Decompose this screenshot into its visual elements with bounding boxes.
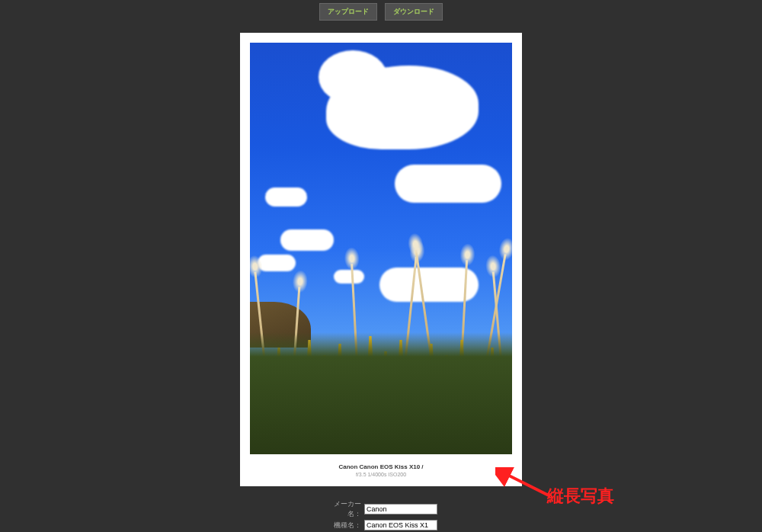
model-input[interactable] [364,520,437,530]
caption-settings: f/3.5 1/4000s ISO200 [250,472,512,477]
maker-label: メーカー名： [325,499,361,519]
upload-button[interactable]: アップロード [319,3,377,21]
photo-image [250,43,512,454]
caption-camera: Canon Canon EOS Kiss X10 / [250,463,512,470]
model-label: 機種名： [325,521,361,530]
photo-frame: Canon Canon EOS Kiss X10 / f/3.5 1/4000s… [240,33,522,486]
download-button[interactable]: ダウンロード [385,3,443,21]
maker-input[interactable] [364,504,437,514]
